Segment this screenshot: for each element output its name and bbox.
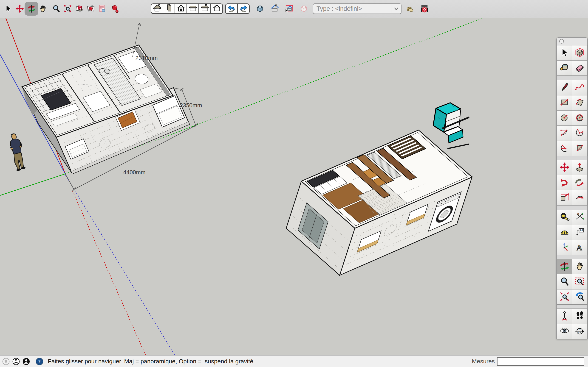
ruby-console-tool-icon [110, 4, 120, 13]
look-around-tool-icon [559, 326, 570, 337]
protractor-tool-icon [559, 227, 570, 238]
type-filter-dropdown[interactable]: Type : <indéfini> [313, 3, 401, 14]
redo-icon [239, 4, 248, 14]
tape-measure-tool-button[interactable] [557, 210, 572, 225]
select-tool-button[interactable] [557, 45, 572, 60]
rotate-tool-icon [559, 177, 570, 189]
undo-button[interactable] [226, 4, 237, 13]
zoom-extents-tool-button[interactable] [63, 4, 73, 14]
podium-plugin-tool-button[interactable] [75, 4, 85, 14]
freehand-tool-icon [574, 82, 585, 94]
pie-filled-tool-button[interactable] [572, 141, 587, 156]
credit-icon[interactable] [12, 357, 20, 366]
look-around-tool-button[interactable] [557, 324, 572, 339]
orbit-tool-icon [27, 4, 36, 13]
select-tool-button[interactable] [3, 4, 13, 14]
follow-me-tool-button[interactable] [572, 175, 587, 190]
dimension-tool-button[interactable]: 3 [572, 210, 587, 225]
palette-group-3 [557, 160, 588, 206]
ghost-block-tool-button[interactable] [299, 4, 309, 14]
model-canvas[interactable]: 4400mm 2350mm 2310mm [0, 18, 588, 355]
pan-tool-icon [38, 4, 48, 13]
orbit-tool-button[interactable] [26, 4, 36, 14]
move-tool-button[interactable] [557, 160, 572, 175]
view-right-button[interactable] [187, 4, 199, 13]
help-icon[interactable]: ? [35, 357, 44, 366]
palette-close-button[interactable] [559, 39, 564, 44]
move-tool-icon [15, 4, 24, 13]
text-tool-button[interactable]: A1 [572, 225, 587, 240]
render-plugin-tool-icon [86, 4, 95, 13]
push-pull-tool-button[interactable] [572, 160, 587, 175]
zoom-tool-button[interactable] [51, 4, 61, 14]
rotated-rectangle-tool-button[interactable] [572, 95, 587, 110]
palette-group-2 [557, 80, 588, 156]
rectangle-tool-button[interactable] [557, 95, 572, 110]
axes-tool-button[interactable] [557, 240, 572, 255]
offset-tool-button[interactable] [572, 190, 587, 205]
arc3-tool-icon [559, 143, 570, 154]
pie-filled-tool-icon [574, 143, 585, 154]
redo-button[interactable] [237, 4, 249, 13]
render-plugin-tool-button[interactable] [86, 4, 96, 14]
hide-rest-tool-icon [420, 4, 429, 13]
svg-text:A1: A1 [580, 229, 583, 232]
layout-plugin-tool-button[interactable] [97, 4, 107, 14]
view-iso-button[interactable] [151, 4, 163, 13]
arc3-tool-button[interactable] [557, 141, 572, 156]
palette-titlebar[interactable] [557, 38, 587, 45]
polygon-tool-icon [574, 112, 585, 124]
ruby-console-tool-button[interactable] [110, 4, 120, 14]
freehand-tool-button[interactable] [572, 80, 587, 95]
3d-text-tool-button[interactable]: A [572, 240, 587, 255]
scale-tool-button[interactable] [557, 190, 572, 205]
arc-tool-button[interactable] [557, 126, 572, 141]
pan-tool-icon [574, 261, 585, 273]
position-camera-tool-icon [559, 311, 570, 322]
add-block-tool-button[interactable] [255, 4, 265, 14]
view-back-icon [200, 4, 209, 14]
measurements-input[interactable] [497, 357, 584, 366]
zoom-extents-tool-button[interactable] [557, 290, 572, 304]
view-top-button[interactable] [163, 4, 174, 13]
add-house-tool-icon [270, 4, 279, 13]
pie-tool-button[interactable] [572, 126, 587, 141]
pan-tool-button[interactable] [38, 4, 48, 14]
rotate-tool-button[interactable] [557, 175, 572, 190]
circle-tool-button[interactable] [557, 110, 572, 125]
geolocation-icon[interactable] [2, 357, 10, 366]
account-icon[interactable] [22, 357, 30, 366]
tape-measure-tool-icon [559, 212, 570, 223]
hide-rest-tool-button[interactable] [419, 4, 430, 14]
tags-tool-button[interactable]: XYZ [406, 4, 416, 14]
view-top-icon [164, 4, 174, 14]
paint-bucket-tool-button[interactable] [557, 60, 572, 75]
zoom-previous-tool-button[interactable] [572, 290, 587, 304]
walk-tool-button[interactable] [572, 309, 587, 324]
compass-tool-button[interactable]: CA-B [572, 324, 587, 339]
line-tool-button[interactable] [557, 80, 572, 95]
view-buttons-group [151, 3, 223, 14]
view-iso-icon [153, 4, 162, 14]
view-front-icon [176, 4, 186, 14]
eraser-tool-icon [574, 62, 585, 74]
position-camera-tool-button[interactable] [557, 309, 572, 324]
pan-tool-button[interactable] [572, 259, 587, 274]
zoom-extents-tool-icon [63, 4, 72, 13]
view-back-button[interactable] [199, 4, 210, 13]
protractor-tool-button[interactable] [557, 225, 572, 240]
select-model-tool-icon [285, 4, 294, 13]
view-front-button[interactable] [174, 4, 187, 13]
chevron-down-icon[interactable] [391, 4, 401, 14]
dimension-length-label: 4400mm [123, 169, 145, 175]
make-component-tool-button[interactable] [572, 45, 587, 60]
orbit-tool-button[interactable] [557, 259, 572, 274]
zoom-window-tool-button[interactable] [572, 274, 587, 289]
view-left-button[interactable] [210, 4, 222, 13]
add-house-tool-button[interactable] [270, 4, 280, 14]
select-model-tool-button[interactable] [284, 4, 294, 14]
polygon-tool-button[interactable] [572, 110, 587, 125]
eraser-tool-button[interactable] [572, 60, 587, 75]
zoom-tool-button[interactable] [557, 274, 572, 289]
move-tool-button[interactable] [15, 4, 25, 14]
